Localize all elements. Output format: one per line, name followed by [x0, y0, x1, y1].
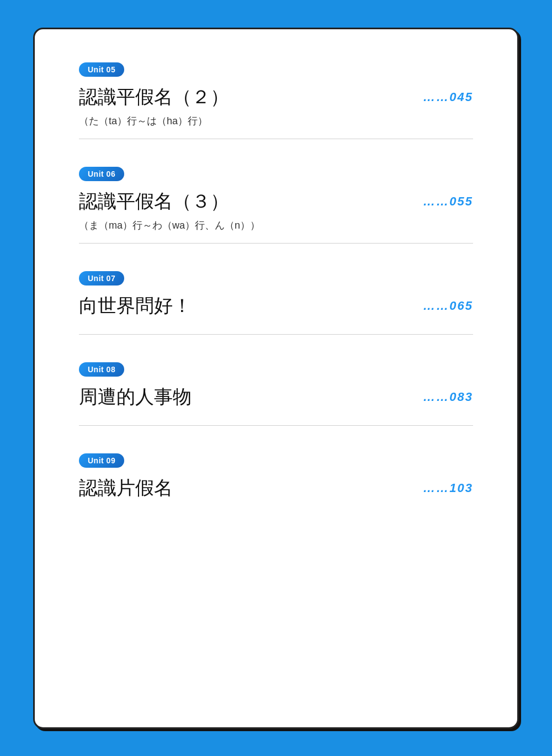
- unit-title-row-unit-07: 向世界問好！……065: [79, 293, 473, 319]
- unit-title-text-unit-08: 周遭的人事物: [79, 384, 423, 410]
- unit-section-unit-07: Unit 07向世界問好！……065: [79, 255, 473, 335]
- unit-section-unit-08: Unit 08周遭的人事物……083: [79, 346, 473, 426]
- page-container: Unit 05認識平假名（２）……045（た（ta）行～は（ha）行）Unit …: [33, 28, 519, 729]
- unit-subtitle-unit-05: （た（ta）行～は（ha）行）: [79, 114, 473, 128]
- unit-title-row-unit-06: 認識平假名（３）……055: [79, 189, 473, 214]
- unit-title-text-unit-05: 認識平假名（２）: [79, 84, 423, 110]
- unit-title-text-unit-07: 向世界問好！: [79, 293, 423, 319]
- unit-section-unit-09: Unit 09認識片假名……103: [79, 437, 473, 516]
- unit-title-text-unit-09: 認識片假名: [79, 475, 423, 501]
- unit-page-unit-07: ……065: [423, 299, 473, 313]
- unit-badge-unit-09[interactable]: Unit 09: [79, 453, 124, 468]
- unit-badge-unit-07[interactable]: Unit 07: [79, 271, 124, 286]
- unit-title-row-unit-09: 認識片假名……103: [79, 475, 473, 501]
- unit-subtitle-unit-06: （ま（ma）行～わ（wa）行、ん（n））: [79, 219, 473, 232]
- unit-section-unit-06: Unit 06認識平假名（３）……055（ま（ma）行～わ（wa）行、ん（n））: [79, 150, 473, 244]
- unit-title-text-unit-06: 認識平假名（３）: [79, 189, 423, 214]
- unit-section-unit-05: Unit 05認識平假名（２）……045（た（ta）行～は（ha）行）: [79, 62, 473, 139]
- unit-badge-unit-05[interactable]: Unit 05: [79, 62, 124, 77]
- unit-title-row-unit-08: 周遭的人事物……083: [79, 384, 473, 410]
- unit-page-unit-06: ……055: [423, 194, 473, 209]
- unit-title-row-unit-05: 認識平假名（２）……045: [79, 84, 473, 110]
- unit-page-unit-08: ……083: [423, 390, 473, 404]
- unit-badge-unit-06[interactable]: Unit 06: [79, 167, 124, 181]
- unit-badge-unit-08[interactable]: Unit 08: [79, 362, 124, 377]
- unit-page-unit-05: ……045: [423, 90, 473, 104]
- unit-page-unit-09: ……103: [423, 481, 473, 495]
